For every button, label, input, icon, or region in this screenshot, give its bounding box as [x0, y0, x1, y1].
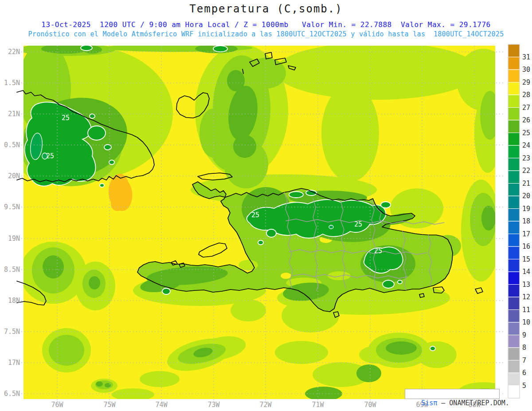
colorbar-tick-label: 16	[522, 243, 530, 251]
lat-axis-label: 9.5N	[4, 203, 20, 211]
lat-axis-label: 19N	[8, 235, 20, 243]
colorbar-tick-label: 17	[522, 230, 530, 238]
colorbar-band	[508, 57, 520, 70]
colorbar-tick-label: 9	[522, 331, 526, 339]
weather-map-page: Temperatura (C,somb.) 13-Oct-2025 1200 U…	[0, 0, 532, 411]
watermark-text: – ONAMET/REP.DOM.	[437, 399, 509, 407]
colorbar-tick-label: 28	[522, 91, 530, 99]
colorbar-band	[508, 234, 520, 247]
colorbar-tick-label: 30	[522, 66, 530, 74]
colorbar-band	[508, 108, 520, 121]
colorbar-legend: 3130292827262524232221201918171615141312…	[508, 44, 530, 398]
lat-axis-label: 20N	[8, 172, 20, 180]
colorbar-tick-label: 15	[522, 255, 530, 263]
colorbar-band	[508, 184, 520, 196]
colorbar-band	[508, 348, 520, 360]
colorbar-tick-label: 14	[522, 268, 530, 276]
contour-label-25: 25	[354, 220, 362, 228]
lon-axis-label: 70W	[364, 401, 376, 409]
lon-axis-label: 71W	[312, 401, 324, 409]
colorbar-band	[508, 133, 520, 146]
colorbar-tick-label: 21	[522, 180, 530, 188]
contour-label-25: 25	[251, 211, 259, 219]
colorbar-band	[508, 272, 520, 285]
lon-axis-label: 72W	[259, 401, 272, 409]
colorbar-tick-label: 8	[522, 344, 526, 352]
colorbar-band	[508, 335, 520, 348]
colorbar-tick-label: 7	[522, 356, 526, 364]
colorbar-tick-label: 19	[522, 205, 530, 213]
colorbar-tick-label: 25	[522, 129, 530, 137]
colorbar-band	[508, 259, 520, 272]
lon-axis-label: 73W	[207, 401, 220, 409]
colorbar-band	[508, 322, 520, 335]
colorbar-band	[508, 158, 520, 171]
lon-axis-label: 76W	[51, 401, 63, 409]
colorbar-band	[508, 360, 520, 373]
colorbar-tick-label: 20	[522, 192, 530, 200]
lon-axis-label: 74W	[155, 401, 168, 409]
colorbar-tick-label: 12	[522, 293, 530, 301]
colorbar-band	[508, 209, 520, 222]
colorbar-tick-label: 6	[522, 369, 526, 377]
contour-label-25: 25	[62, 114, 70, 122]
colorbar-tick-label: 10	[522, 318, 530, 326]
lat-axis-label: 6.5N	[4, 390, 20, 398]
colorbar-band	[508, 171, 520, 184]
colorbar-band	[508, 44, 520, 57]
subtitle-model-info: Pronóstico con el Modelo Atmósferico WRF…	[0, 30, 532, 38]
contour-label-25: 25	[374, 247, 382, 255]
temperature-shading	[4, 42, 510, 401]
colorbar-band	[508, 310, 520, 323]
colorbar-tick-label: 18	[522, 217, 530, 225]
lat-axis-label: 22N	[8, 48, 20, 56]
colorbar-tick-label: 31	[522, 53, 530, 61]
colorbar-band	[508, 221, 520, 234]
lat-axis-label: 18N	[8, 297, 20, 305]
colorbar-band	[508, 145, 520, 158]
subtitle-datetime-minmax: 13-Oct-2025 1200 UTC / 9:00 am Hora Loca…	[0, 20, 532, 29]
lon-axis-label: 75W	[103, 401, 116, 409]
colorbar-band	[508, 70, 520, 82]
colorbar-tick-label: 5	[522, 382, 526, 390]
lat-axis-label: 1.5N	[4, 79, 20, 87]
lat-axis-label: 7.5N	[4, 328, 20, 336]
colorbar-tick-label: 13	[522, 281, 530, 289]
colorbar-band	[508, 120, 520, 133]
colorbar-tick-label: 11	[522, 306, 530, 314]
sispi-logo: Sisπ	[421, 399, 437, 407]
colorbar-band	[508, 82, 520, 95]
colorbar-band	[508, 95, 520, 108]
watermark-box: Sisπ – ONAMET/REP.DOM.	[405, 389, 500, 399]
colorbar-tick-label: 27	[522, 104, 530, 112]
lat-axis-label: 21N	[8, 110, 20, 118]
lat-axis-label: 8.5N	[4, 266, 20, 274]
lat-axis-label: 0.5N	[4, 141, 20, 149]
colorbar-tick-label: 24	[522, 141, 530, 149]
colorbar-band	[508, 297, 520, 310]
colorbar-tick-label: 23	[522, 154, 530, 162]
colorbar-band	[508, 373, 520, 386]
temperature-map: 25 25 25 25 25 22N1.5N21N0.5N20N9.5N19N8…	[0, 0, 532, 411]
page-title: Temperatura (C,somb.)	[0, 3, 532, 15]
colorbar-band	[508, 285, 520, 297]
colorbar-band	[508, 196, 520, 209]
colorbar-band	[508, 386, 520, 399]
lat-axis-label: 17N	[8, 359, 20, 367]
colorbar-band	[508, 247, 520, 259]
colorbar-tick-label: 22	[522, 167, 530, 175]
colorbar-tick-label: 26	[522, 116, 530, 124]
contour-label-25: 25	[46, 152, 54, 160]
colorbar-tick-label: 29	[522, 78, 530, 86]
